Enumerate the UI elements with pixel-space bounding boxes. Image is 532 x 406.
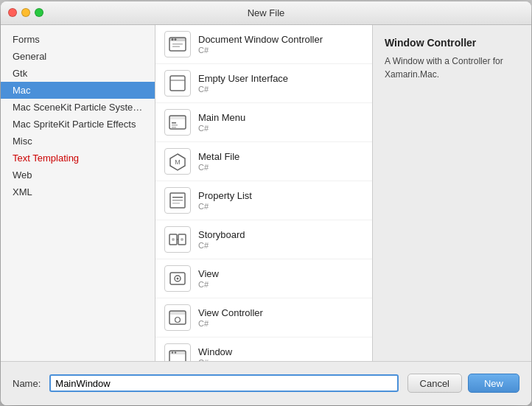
svg-point-2 xyxy=(172,38,174,41)
svg-point-32 xyxy=(175,351,176,353)
file-title-storyboard: Storyboard xyxy=(198,229,363,240)
storyboard-icon xyxy=(164,226,191,253)
svg-point-31 xyxy=(172,351,173,353)
detail-panel: Window Controller A Window with a Contro… xyxy=(373,25,531,361)
file-info-storyboard: StoryboardC# xyxy=(198,229,363,250)
window-icon xyxy=(164,343,191,361)
new-file-dialog: New File FormsGeneralGtkMacMac SceneKit … xyxy=(1,1,531,405)
svg-point-28 xyxy=(175,317,181,322)
file-title-window: Window xyxy=(198,346,363,357)
detail-title: Window Controller xyxy=(385,37,519,49)
file-subtitle-storyboard: C# xyxy=(198,241,363,250)
file-title-property-list: Property List xyxy=(198,190,363,201)
sidebar-item-xml[interactable]: XML xyxy=(1,183,155,200)
file-item-storyboard[interactable]: StoryboardC# xyxy=(155,220,372,259)
list-icon xyxy=(164,187,191,214)
category-sidebar: FormsGeneralGtkMacMac SceneKit Particle … xyxy=(1,25,155,361)
file-item-main-menu[interactable]: Main MenuC# xyxy=(155,103,372,142)
name-input[interactable] xyxy=(49,374,398,392)
doc-window-icon xyxy=(164,31,191,57)
sidebar-item-gtk[interactable]: Gtk xyxy=(1,65,155,82)
empty-ui-icon xyxy=(164,70,191,97)
svg-rect-11 xyxy=(172,125,178,126)
file-item-document-window-controller[interactable]: Document Window ControllerC# xyxy=(155,25,372,64)
file-info-metal-file: Metal FileC# xyxy=(198,151,363,172)
file-subtitle-document-window-controller: C# xyxy=(198,46,363,55)
svg-point-3 xyxy=(175,38,177,41)
file-item-view-controller[interactable]: View ControllerC# xyxy=(155,298,372,337)
view-icon xyxy=(164,265,191,292)
file-item-empty-user-interface[interactable]: Empty User InterfaceC# xyxy=(155,64,372,103)
svg-rect-5 xyxy=(172,46,180,47)
file-info-property-list: Property ListC# xyxy=(198,190,363,211)
svg-point-21 xyxy=(172,238,175,241)
svg-text:M: M xyxy=(175,158,181,166)
traffic-lights xyxy=(8,8,43,17)
svg-rect-6 xyxy=(170,76,185,91)
metal-icon: M xyxy=(164,148,191,175)
file-subtitle-view-controller: C# xyxy=(198,319,363,328)
title-bar: New File xyxy=(1,1,531,25)
window-title: New File xyxy=(248,7,285,18)
file-info-window: WindowC# xyxy=(198,346,363,361)
svg-rect-4 xyxy=(172,43,183,45)
file-info-empty-user-interface: Empty User InterfaceC# xyxy=(198,73,363,94)
view-controller-icon xyxy=(164,304,191,331)
svg-rect-12 xyxy=(172,127,176,128)
file-info-document-window-controller: Document Window ControllerC# xyxy=(198,34,363,55)
file-item-view[interactable]: ViewC# xyxy=(155,259,372,298)
svg-rect-10 xyxy=(172,122,176,124)
close-button[interactable] xyxy=(8,8,17,17)
file-subtitle-property-list: C# xyxy=(198,202,363,211)
svg-rect-17 xyxy=(172,200,183,201)
sidebar-item-misc[interactable]: Misc xyxy=(1,133,155,150)
action-buttons: Cancel New xyxy=(407,374,519,393)
file-title-view: View xyxy=(198,268,363,279)
file-item-metal-file[interactable]: MMetal FileC# xyxy=(155,142,372,181)
file-info-view: ViewC# xyxy=(198,268,363,289)
name-label: Name: xyxy=(13,378,41,389)
file-subtitle-main-menu: C# xyxy=(198,124,363,133)
cancel-button[interactable]: Cancel xyxy=(407,374,462,393)
file-list: Document Window ControllerC#Empty User I… xyxy=(155,25,373,361)
sidebar-item-web[interactable]: Web xyxy=(1,167,155,183)
file-title-metal-file: Metal File xyxy=(198,151,363,162)
sidebar-item-forms[interactable]: Forms xyxy=(1,31,155,48)
sidebar-item-mac-scenekit[interactable]: Mac SceneKit Particle Systems xyxy=(1,99,155,116)
svg-rect-27 xyxy=(169,311,186,315)
file-info-main-menu: Main MenuC# xyxy=(198,112,363,133)
file-item-property-list[interactable]: Property ListC# xyxy=(155,181,372,220)
file-title-empty-user-interface: Empty User Interface xyxy=(198,73,363,84)
maximize-button[interactable] xyxy=(35,8,43,17)
svg-point-22 xyxy=(181,238,183,241)
minimize-button[interactable] xyxy=(21,8,30,17)
file-subtitle-empty-user-interface: C# xyxy=(198,85,363,94)
svg-rect-9 xyxy=(169,116,186,119)
file-subtitle-view: C# xyxy=(198,280,363,289)
bottom-bar: Name: Cancel New xyxy=(1,361,531,405)
sidebar-item-general[interactable]: General xyxy=(1,48,155,65)
new-button[interactable]: New xyxy=(468,374,519,393)
sidebar-item-mac[interactable]: Mac xyxy=(1,82,155,99)
file-title-view-controller: View Controller xyxy=(198,307,363,318)
file-item-window[interactable]: WindowC# xyxy=(155,337,372,361)
main-content: FormsGeneralGtkMacMac SceneKit Particle … xyxy=(1,25,531,361)
detail-description: A Window with a Controller for Xamarin.M… xyxy=(385,55,519,81)
file-title-main-menu: Main Menu xyxy=(198,112,363,123)
svg-rect-16 xyxy=(172,197,183,198)
svg-rect-18 xyxy=(172,203,180,204)
svg-point-25 xyxy=(177,277,179,279)
file-subtitle-metal-file: C# xyxy=(198,163,363,172)
file-info-view-controller: View ControllerC# xyxy=(198,307,363,328)
file-title-document-window-controller: Document Window Controller xyxy=(198,34,363,45)
menu-icon xyxy=(164,109,191,136)
sidebar-item-text-templating[interactable]: Text Templating xyxy=(1,150,155,167)
sidebar-item-mac-spritekit[interactable]: Mac SpriteKit Particle Effects xyxy=(1,116,155,133)
